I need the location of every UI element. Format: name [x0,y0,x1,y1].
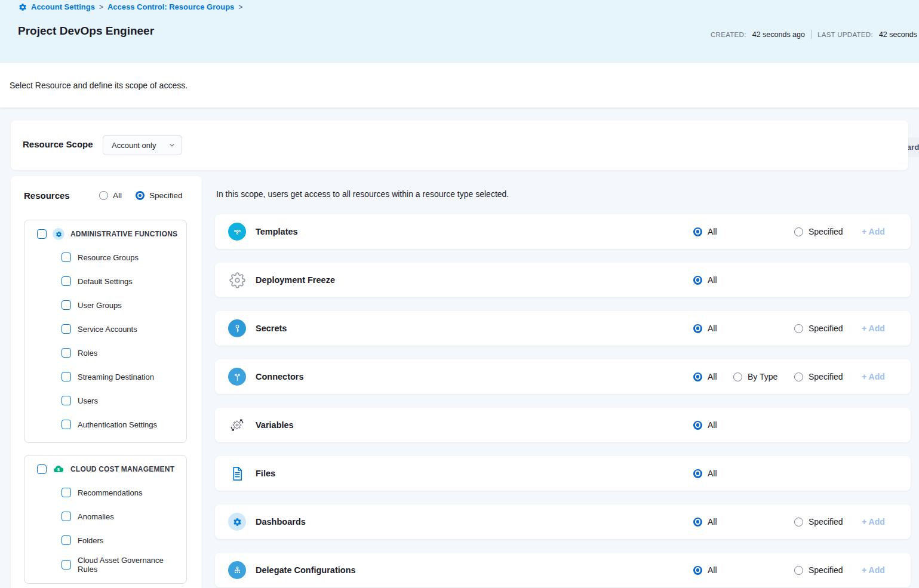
add-link[interactable]: + Add [862,227,885,236]
checkbox-icon[interactable] [62,420,71,429]
radio-label: All [113,191,122,200]
add-link[interactable]: + Add [862,324,885,333]
radio-label: All [708,517,717,527]
radio-icon[interactable] [136,191,145,200]
radio-icon[interactable] [99,191,108,200]
page-header: Account Settings > Access Control: Resou… [0,0,919,63]
radio-by-type[interactable]: By Type [733,372,777,381]
checkbox-item-anomalies[interactable]: Anomalies [62,512,114,521]
resource-row-title: Connectors [256,372,304,381]
toolbar-description: Select Resource and define its scope of … [10,81,188,90]
radio-specified[interactable]: Specified [794,324,843,333]
created-value: 42 seconds ago [752,30,805,39]
group-label: ADMINISTRATIVE FUNCTIONS [70,230,177,238]
radio-all[interactable]: All [693,275,717,285]
resource-row-title: Files [256,469,275,478]
radio-label: Specified [149,191,183,200]
resources-title: Resources [24,190,70,201]
radio-all[interactable]: All [693,420,717,430]
resources-mode-specified[interactable]: Specified [136,191,183,200]
radio-icon[interactable] [693,566,702,575]
checkbox-icon[interactable] [62,324,71,334]
chevron-down-icon [168,141,176,149]
resource-row-title: Delegate Configurations [256,565,356,575]
radio-icon[interactable] [733,372,742,381]
add-link[interactable]: + Add [862,565,885,575]
radio-icon[interactable] [794,566,803,575]
radio-specified[interactable]: Specified [794,565,843,575]
resource-row-connectors: Connectors All By Type Specified + Add [215,359,911,394]
add-link[interactable]: + Add [862,372,885,381]
radio-icon[interactable] [693,372,702,381]
radio-specified[interactable]: Specified [794,517,843,527]
radio-label: All [708,275,717,285]
radio-label: By Type [748,372,777,381]
radio-icon[interactable] [693,276,702,285]
checkbox-item-authentication-settings[interactable]: Authentication Settings [62,420,157,429]
resource-row-title: Dashboards [256,517,306,527]
radio-all[interactable]: All [693,372,717,381]
checkbox-item-folders[interactable]: Folders [62,535,103,545]
radio-label: All [708,324,717,333]
checkbox-icon[interactable] [37,229,47,239]
checkbox-item-user-groups[interactable]: User Groups [62,300,122,310]
radio-label: All [708,469,717,478]
dashboards-icon [228,513,246,531]
radio-icon[interactable] [794,518,803,527]
checkbox-item-default-settings[interactable]: Default Settings [62,276,133,286]
radio-all[interactable]: All [693,517,717,527]
secrets-icon [228,319,246,337]
radio-icon[interactable] [794,324,803,333]
radio-icon[interactable] [693,518,702,527]
checkbox-icon[interactable] [62,372,71,381]
checkbox-icon[interactable] [62,396,71,405]
checkbox-icon[interactable] [62,535,71,545]
radio-specified[interactable]: Specified [794,227,843,236]
checkbox-icon[interactable] [62,488,71,497]
action-toolbar: Select Resource and define its scope of … [0,63,919,107]
radio-icon[interactable] [693,324,702,333]
radio-icon[interactable] [693,469,702,478]
checkbox-item-resource-groups[interactable]: Resource Groups [62,253,139,262]
breadcrumb: Account Settings > Access Control: Resou… [19,2,242,11]
group-administrative-functions: ADMINISTRATIVE FUNCTIONS Resource Groups… [24,220,187,443]
checkbox-item-recommendations[interactable]: Recommendations [62,488,142,497]
radio-icon[interactable] [794,372,803,381]
radio-label: All [708,420,717,430]
group-header[interactable]: ADMINISTRATIVE FUNCTIONS [37,228,177,240]
breadcrumb-account-settings[interactable]: Account Settings [31,2,95,11]
radio-specified[interactable]: Specified [794,372,843,381]
checkbox-item-streaming-destination[interactable]: Streaming Destination [62,372,154,381]
radio-label: Specified [809,324,843,333]
resource-row-title: Deployment Freeze [256,275,335,285]
radio-all[interactable]: All [693,469,717,478]
resource-scope-label: Resource Scope [23,139,93,149]
checkbox-icon[interactable] [62,560,71,569]
radio-icon[interactable] [693,421,702,430]
radio-label: Specified [809,372,843,381]
checkbox-icon[interactable] [62,512,71,521]
resource-scope-dropdown[interactable]: Account only [103,135,182,155]
checkbox-item-cloud-asset-governance-rules[interactable]: Cloud Asset Governance Rules [62,556,181,574]
radio-all[interactable]: All [693,227,717,236]
checkbox-item-users[interactable]: Users [62,396,98,405]
checkbox-icon[interactable] [37,464,47,474]
checkbox-icon[interactable] [62,300,71,310]
breadcrumb-access-control[interactable]: Access Control: Resource Groups [107,2,234,11]
group-header[interactable]: $ CLOUD COST MANAGEMENT [37,463,174,475]
checkbox-icon[interactable] [62,253,71,262]
connectors-icon [228,368,246,386]
checkbox-icon[interactable] [62,276,71,286]
checkbox-item-roles[interactable]: Roles [62,348,97,358]
checkbox-icon[interactable] [62,348,71,358]
radio-all[interactable]: All [693,324,717,333]
add-link[interactable]: + Add [862,517,885,527]
checkbox-item-service-accounts[interactable]: Service Accounts [62,324,137,334]
resources-mode-all[interactable]: All [99,191,122,200]
admin-functions-icon [53,228,64,240]
delegate-configurations-icon [228,561,246,579]
radio-all[interactable]: All [693,565,717,575]
created-label: CREATED: [711,31,746,38]
radio-icon[interactable] [794,227,803,236]
radio-icon[interactable] [693,227,702,236]
